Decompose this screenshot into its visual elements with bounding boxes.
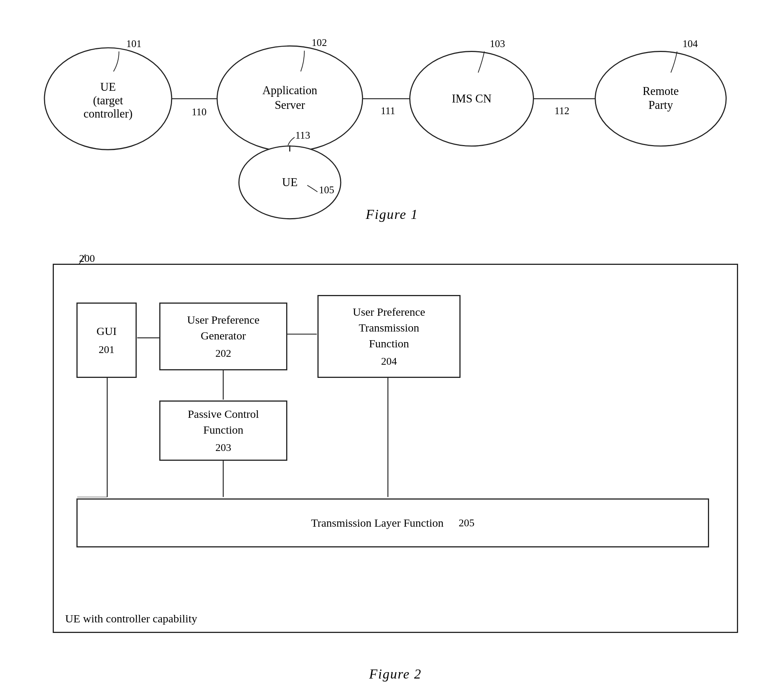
ref-200: 200: [79, 252, 95, 265]
svg-text:113: 113: [295, 130, 310, 141]
gui-ref: 201: [97, 342, 117, 357]
svg-text:IMS CN: IMS CN: [452, 92, 492, 105]
svg-text:Remote: Remote: [643, 84, 679, 98]
tlf-box: Transmission Layer Function 205: [77, 498, 709, 547]
uptf-label: User PreferenceTransmissionFunction: [353, 304, 425, 352]
outer-box-label: UE with controller capability: [65, 612, 197, 625]
uptf-ref: 204: [353, 354, 425, 368]
svg-text:UE: UE: [100, 80, 116, 93]
upg-box: User PreferenceGenerator 202: [159, 303, 287, 370]
pcf-label: Passive ControlFunction: [188, 406, 259, 438]
figure1-caption: Figure 1: [366, 207, 418, 222]
pcf-box: Passive ControlFunction 203: [159, 400, 287, 461]
tlf-ref: 205: [459, 515, 474, 530]
svg-text:controller): controller): [83, 107, 133, 120]
svg-text:UE: UE: [282, 175, 298, 189]
svg-text:101: 101: [126, 38, 141, 49]
svg-text:Server: Server: [275, 98, 305, 112]
svg-text:(target: (target: [93, 94, 123, 107]
svg-point-0: [45, 48, 172, 150]
outer-box: UE with controller capability: [53, 264, 738, 633]
svg-text:Party: Party: [648, 98, 673, 112]
figure2-caption: Figure 2: [369, 666, 422, 682]
figure1-area: UE (target controller) 101 Application S…: [0, 15, 784, 226]
svg-text:111: 111: [381, 105, 395, 117]
upg-label: User PreferenceGenerator: [187, 312, 260, 343]
uptf-box: User PreferenceTransmissionFunction 204: [318, 295, 461, 378]
svg-text:110: 110: [191, 106, 207, 118]
gui-box: GUI 201: [77, 303, 137, 378]
upg-ref: 202: [187, 346, 260, 360]
svg-text:112: 112: [555, 105, 570, 117]
svg-text:102: 102: [312, 37, 327, 48]
svg-text:Application: Application: [263, 83, 318, 97]
pcf-ref: 203: [188, 440, 259, 455]
svg-text:105: 105: [319, 184, 335, 195]
svg-point-16: [239, 146, 341, 219]
figure2-area: 200 UE with controller capability: [23, 241, 768, 686]
svg-text:104: 104: [682, 38, 698, 49]
tlf-label: Transmission Layer Function: [311, 515, 444, 531]
page: UE (target controller) 101 Application S…: [0, 0, 784, 700]
svg-point-9: [410, 52, 533, 146]
svg-text:103: 103: [490, 38, 505, 49]
svg-point-5: [217, 46, 363, 152]
svg-point-12: [595, 52, 726, 146]
gui-label: GUI: [97, 323, 117, 339]
